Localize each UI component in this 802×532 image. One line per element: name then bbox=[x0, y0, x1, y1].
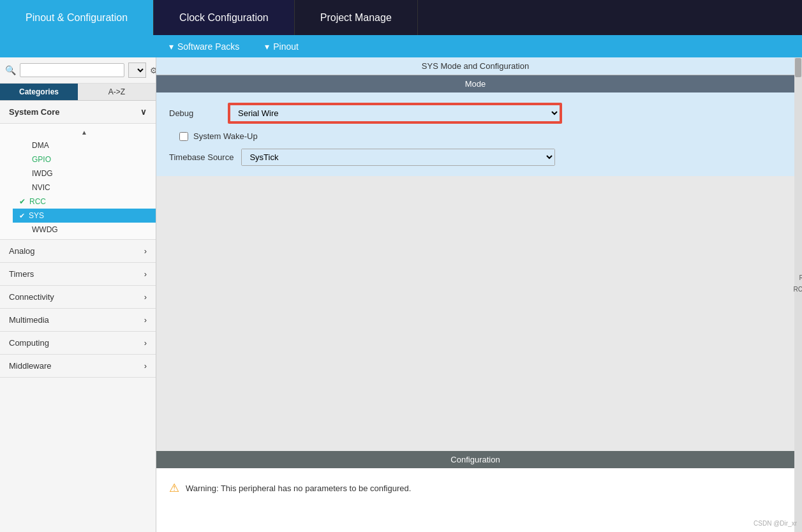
sidebar-category-computing[interactable]: Computing › bbox=[0, 332, 156, 355]
nav-clock-config[interactable]: Clock Configuration bbox=[154, 0, 295, 35]
chevron-right-icon: › bbox=[144, 361, 147, 371]
pinout-dropdown[interactable]: ▾ Pinout bbox=[252, 41, 311, 52]
content-spacer bbox=[156, 176, 794, 451]
sidebar-category-multimedia[interactable]: Multimedia › bbox=[0, 309, 156, 332]
tab-categories[interactable]: Categories bbox=[0, 84, 78, 100]
debug-select[interactable]: Serial Wire No Debug JTAG (4 pins) JTAG … bbox=[229, 104, 561, 122]
mode-header: Mode bbox=[156, 75, 794, 92]
mode-section: Mode Debug Serial Wire No Debug JTAG (4 … bbox=[156, 75, 794, 176]
scrollbar-thumb[interactable] bbox=[795, 58, 801, 77]
chevron-right-icon: › bbox=[144, 338, 147, 348]
chevron-right-icon: › bbox=[144, 315, 147, 325]
sidebar-category-system-core[interactable]: System Core ∨ bbox=[0, 101, 156, 124]
content-scrollbar[interactable] bbox=[794, 57, 802, 532]
gear-icon[interactable]: ⚙ bbox=[150, 66, 156, 75]
sidebar-item-dma[interactable]: DMA bbox=[13, 138, 156, 152]
main-panel: SYS Mode and Configuration Mode Debug Se… bbox=[156, 57, 794, 532]
check-icon: ✔ bbox=[19, 197, 26, 206]
debug-row: Debug Serial Wire No Debug JTAG (4 pins)… bbox=[169, 103, 782, 124]
config-section: Configuration ⚠ Warning: This peripheral… bbox=[156, 451, 794, 532]
sidebar-item-nvic[interactable]: NVIC bbox=[13, 181, 156, 195]
tab-az[interactable]: A->Z bbox=[78, 84, 156, 100]
timebase-label: Timebase Source bbox=[169, 152, 234, 162]
sidebar-item-wwdg[interactable]: WWDG bbox=[13, 223, 156, 237]
config-header: Configuration bbox=[156, 451, 794, 468]
sidebar-category-middleware[interactable]: Middleware › bbox=[0, 355, 156, 378]
sidebar-category-analog[interactable]: Analog › bbox=[0, 240, 156, 263]
sidebar-item-gpio[interactable]: GPIO bbox=[13, 152, 156, 166]
scroll-up-arrow[interactable]: ▲ bbox=[13, 126, 156, 138]
timebase-select[interactable]: SysTick TIM1 TIM2 bbox=[242, 149, 554, 165]
sidebar-category-timers[interactable]: Timers › bbox=[0, 263, 156, 286]
sidebar-section-system-core: System Core ∨ ▲ DMA GPIO IWDG bbox=[0, 101, 156, 240]
warning-text: Warning: This peripheral has no paramete… bbox=[186, 484, 411, 493]
search-input[interactable] bbox=[20, 63, 124, 77]
debug-label: Debug bbox=[169, 108, 220, 118]
system-core-subitems: ▲ DMA GPIO IWDG NVIC ✔ bbox=[0, 124, 156, 240]
timebase-row: Timebase Source SysTick TIM1 TIM2 bbox=[169, 149, 782, 166]
system-wakeup-checkbox[interactable] bbox=[179, 132, 188, 141]
sidebar: 🔍 ⚙ Categories A->Z System Core ∨ ▲ DMA bbox=[0, 57, 156, 532]
config-content: ⚠ Warning: This peripheral has no parame… bbox=[156, 468, 794, 532]
main-layout: 🔍 ⚙ Categories A->Z System Core ∨ ▲ DMA bbox=[0, 57, 802, 532]
mode-content: Debug Serial Wire No Debug JTAG (4 pins)… bbox=[156, 92, 794, 176]
wakeup-row: System Wake-Up bbox=[179, 131, 782, 141]
chevron-down-icon: ▾ bbox=[265, 41, 269, 52]
sidebar-category-connectivity[interactable]: Connectivity › bbox=[0, 286, 156, 309]
wakeup-label: System Wake-Up bbox=[193, 131, 258, 141]
sidebar-item-rcc[interactable]: ✔ RCC bbox=[13, 195, 156, 209]
watermark: CSDN @Dir_xr bbox=[754, 520, 797, 527]
chevron-right-icon: › bbox=[144, 292, 147, 302]
check-icon: ✔ bbox=[19, 212, 25, 220]
sidebar-item-sys[interactable]: ✔ SYS bbox=[13, 209, 156, 223]
search-type-select[interactable] bbox=[128, 63, 146, 78]
debug-select-wrap: Serial Wire No Debug JTAG (4 pins) JTAG … bbox=[228, 103, 562, 124]
chevron-right-icon: › bbox=[144, 269, 147, 279]
chevron-right-icon: › bbox=[144, 246, 147, 256]
rcc-osc-in-label: RCC_OSC_IN bbox=[799, 274, 802, 281]
main-content-row: SYS Mode and Configuration Mode Debug Se… bbox=[156, 57, 802, 532]
nav-project-manage[interactable]: Project Manage bbox=[295, 0, 418, 35]
chevron-down-icon: ▾ bbox=[169, 41, 174, 52]
search-icon: 🔍 bbox=[5, 65, 16, 75]
chevron-down-icon: ∨ bbox=[140, 107, 147, 117]
panel-title-bar: SYS Mode and Configuration bbox=[156, 57, 794, 75]
rcc-osc-out-label: RCC_OSC_OUT bbox=[793, 286, 802, 293]
nav-pinout-config[interactable]: Pinout & Configuration bbox=[0, 0, 154, 35]
sidebar-search-row: 🔍 ⚙ bbox=[0, 57, 156, 84]
sidebar-tabs: Categories A->Z bbox=[0, 84, 156, 101]
second-nav: ▾ Software Packs ▾ Pinout bbox=[0, 35, 802, 57]
warning-icon: ⚠ bbox=[169, 481, 179, 495]
software-packs-dropdown[interactable]: ▾ Software Packs bbox=[156, 41, 252, 52]
top-nav: Pinout & Configuration Clock Configurati… bbox=[0, 0, 802, 35]
panel-title: SYS Mode and Configuration bbox=[163, 61, 788, 71]
sidebar-item-iwdg[interactable]: IWDG bbox=[13, 166, 156, 181]
timebase-select-wrap: SysTick TIM1 TIM2 bbox=[241, 149, 555, 166]
warning-row: ⚠ Warning: This peripheral has no parame… bbox=[169, 481, 782, 495]
